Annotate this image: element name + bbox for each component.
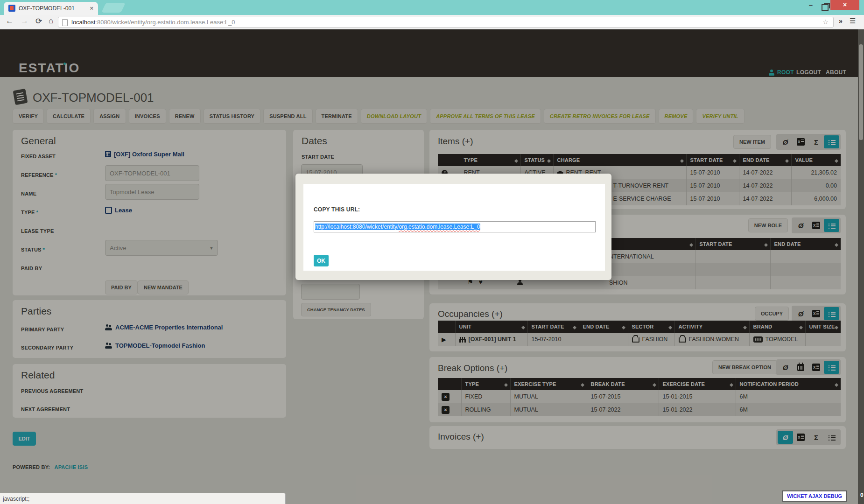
copy-url-label: COPY THIS URL: [314,206,360,213]
window-restore-button[interactable] [822,4,829,11]
browser-tab-bar: OXF-TOPMODEL-001 × – × [0,0,864,15]
overflow-icon[interactable]: » [839,17,843,25]
ok-button[interactable]: OK [314,255,329,266]
browser-tab[interactable]: OXF-TOPMODEL-001 × [4,2,98,15]
browser-toolbar: ← → ⟳ ⌂ localhost:8080/wicket/entity/org… [0,15,864,29]
favicon-icon [8,5,15,12]
window-minimize-button[interactable]: – [804,1,818,10]
address-bar[interactable]: localhost:8080/wicket/entity/org.estatio… [58,17,834,28]
copy-url-modal: COPY THIS URL: http://localhost:8080/wic… [295,174,611,280]
url-path: :8080/wicket/entity/org.estatio.dom.leas… [95,19,235,26]
url-host: localhost [71,19,95,26]
menu-icon[interactable]: ☰ [850,17,856,25]
bookmark-star-icon[interactable]: ☆ [822,18,829,26]
wicket-ajax-debug-link[interactable]: WICKET AJAX DEBUG [782,490,847,502]
home-icon[interactable]: ⌂ [49,16,53,26]
wicket-debug-counter: 0 [860,492,864,498]
screen: OXF-TOPMODEL-001 × – × ← → ⟳ ⌂ localhost… [0,0,864,504]
page-icon [62,19,68,26]
url-text: localhost:8080/wicket/entity/org.estatio… [71,19,235,26]
tab-title: OXF-TOPMODEL-001 [19,5,84,12]
window-close-button[interactable]: × [830,0,859,10]
url-entity: org.estatio.dom.lease.Lease:L_0 [399,224,480,230]
back-icon[interactable]: ← [6,16,14,26]
url-copy-input[interactable]: http://localhost:8080/wicket/entity/org.… [314,221,596,232]
forward-icon[interactable]: → [21,16,28,26]
modal-content: COPY THIS URL: http://localhost:8080/wic… [303,184,605,271]
url-prefix: http://localhost:8080/wicket/entity/ [315,224,399,230]
new-tab-button[interactable] [101,3,126,13]
browser-status-text: javascript:; [0,493,286,504]
reload-icon[interactable]: ⟳ [35,16,42,26]
tab-close-icon[interactable]: × [90,5,93,12]
